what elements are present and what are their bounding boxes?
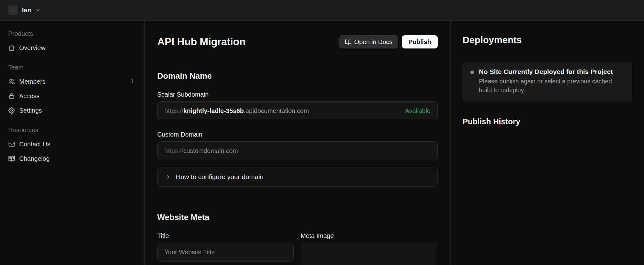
deployment-notice-title: No Site Currently Deployed for this Proj… [479, 68, 623, 76]
title-label: Title [157, 232, 294, 240]
deployment-notice-row: No Site Currently Deployed for this Proj… [470, 68, 624, 94]
availability-status-badge: Available [405, 107, 430, 115]
open-in-docs-button[interactable]: Open in Docs [339, 35, 398, 48]
sidebar-item-label: Overview [19, 44, 45, 52]
members-count-badge: 1 [131, 78, 134, 85]
open-in-docs-label: Open in Docs [354, 38, 392, 46]
sidebar: Products Overview Team Members 1 Access [0, 21, 145, 265]
publish-button[interactable]: Publish [402, 35, 438, 48]
custom-domain-placeholder: customdomain.com [183, 147, 238, 155]
meta-image-label: Meta Image [301, 232, 437, 240]
sidebar-item-members[interactable]: Members 1 [8, 74, 136, 89]
sidebar-item-changelog[interactable]: Changelog [8, 151, 136, 166]
website-meta-heading: Website Meta [157, 212, 438, 222]
subdomain-value: knightly-ladle-35s6b [183, 107, 244, 115]
sidebar-section-team: Team [8, 64, 136, 71]
open-book-icon [345, 39, 352, 45]
sidebar-item-contact-us[interactable]: Contact Us [8, 137, 136, 151]
mail-icon [8, 141, 15, 148]
website-title-input[interactable] [157, 243, 294, 262]
deployments-panel: Deployments No Site Currently Deployed f… [450, 21, 644, 265]
sidebar-item-access[interactable]: Access [8, 89, 136, 103]
lock-icon [8, 93, 15, 99]
sidebar-item-settings[interactable]: Settings [8, 103, 136, 118]
deployment-notice-card: No Site Currently Deployed for this Proj… [463, 62, 632, 101]
gear-icon [8, 107, 15, 114]
book-icon [8, 155, 15, 162]
sidebar-item-label: Changelog [19, 155, 50, 162]
website-meta-fields: Title Meta Image [157, 232, 438, 265]
subdomain-url-scheme: https:// [164, 107, 183, 115]
configure-domain-disclosure[interactable]: How to configure your domain [157, 167, 438, 187]
home-icon [8, 44, 15, 51]
avatar-initial: I [13, 8, 14, 13]
scalar-subdomain-field[interactable]: https://knightly-ladle-35s6b.apidocument… [157, 101, 438, 120]
sidebar-section-resources: Resources [8, 127, 136, 134]
scalar-subdomain-label: Scalar Subdomain [157, 91, 438, 98]
status-dot-icon [470, 70, 474, 74]
custom-domain-placeholder-scheme: https:// [164, 147, 183, 155]
header-actions: Open in Docs Publish [339, 35, 438, 48]
sidebar-item-label: Members [19, 78, 45, 85]
custom-domain-field[interactable]: https://customdomain.com [157, 141, 438, 160]
page-layout: Products Overview Team Members 1 Access [0, 21, 644, 265]
custom-domain-label: Custom Domain [157, 131, 438, 138]
account-name[interactable]: Ian [22, 7, 31, 14]
title-field-group: Title [157, 232, 294, 265]
sidebar-item-label: Settings [19, 107, 42, 114]
avatar[interactable]: I [8, 5, 18, 15]
chevron-down-icon[interactable] [35, 8, 41, 13]
page-title: API Hub Migration [157, 36, 246, 48]
domain-name-heading: Domain Name [157, 71, 438, 81]
publish-history-heading: Publish History [463, 117, 632, 126]
meta-image-upload-box[interactable] [301, 243, 437, 265]
main-content: API Hub Migration Open in Docs Publish D… [145, 21, 450, 265]
meta-image-field-group: Meta Image [301, 232, 437, 265]
configure-domain-label: How to configure your domain [176, 173, 264, 181]
sidebar-item-overview[interactable]: Overview [8, 41, 136, 55]
sidebar-item-label: Contact Us [19, 141, 50, 148]
chevron-right-icon [165, 174, 171, 180]
subdomain-suffix: .apidocumentation.com [244, 107, 309, 115]
deployment-notice-text: No Site Currently Deployed for this Proj… [479, 68, 623, 94]
deployment-notice-body: Please publish again or select a previou… [479, 77, 623, 94]
sidebar-section-products: Products [8, 30, 136, 37]
deployments-heading: Deployments [463, 35, 632, 45]
sidebar-item-label: Access [19, 93, 39, 100]
users-icon [8, 78, 15, 85]
publish-label: Publish [408, 38, 431, 46]
main-header: API Hub Migration Open in Docs Publish [157, 35, 438, 48]
topbar: I Ian [0, 0, 644, 21]
